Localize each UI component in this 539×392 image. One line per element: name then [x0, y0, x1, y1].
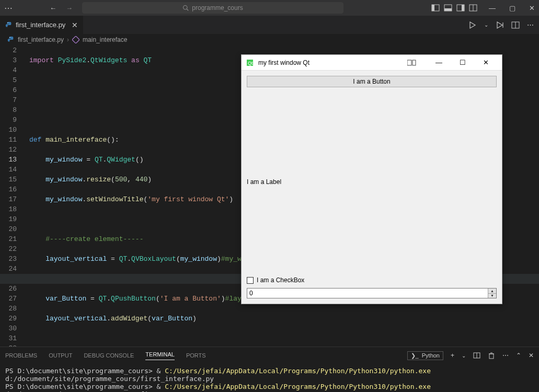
tab-filename: first_interface.py [16, 21, 65, 29]
svg-rect-5 [444, 8, 452, 11]
close-panel-icon[interactable]: ✕ [529, 352, 534, 359]
panel-tab-bar: PROBLEMS OUTPUT DEBUG CONSOLE TERMINAL P… [0, 347, 539, 364]
layout-bottom-icon[interactable] [444, 4, 452, 12]
qt-maximize-icon[interactable]: ☐ [451, 59, 474, 66]
svg-rect-7 [462, 5, 464, 11]
qt-minimize-icon[interactable]: — [427, 59, 451, 66]
app-menu-icon[interactable]: ⋯ [4, 3, 13, 13]
qt-checkbox[interactable]: I am a CheckBox [247, 276, 497, 284]
breadcrumb-file: first_interface.py [18, 36, 64, 43]
tab-output[interactable]: OUTPUT [49, 352, 72, 359]
qt-devtools-icon[interactable] [407, 59, 417, 66]
qt-label: I am a Label [247, 178, 497, 186]
line-number-gutter: 2345678910111213141516171819202122232425… [0, 45, 21, 347]
tab-problems[interactable]: PROBLEMS [5, 352, 37, 359]
close-tab-icon[interactable]: ✕ [72, 21, 78, 29]
qt-push-button[interactable]: I am a Button [247, 76, 497, 87]
svg-rect-20 [489, 354, 494, 359]
breadcrumb[interactable]: first_interface.py › main_intereface [0, 34, 539, 45]
editor-tab-bar: first_interface.py ✕ ⌄ ⋯ [0, 16, 539, 34]
qt-checkbox-label: I am a CheckBox [257, 276, 304, 284]
breadcrumb-symbol: main_intereface [83, 36, 127, 43]
qt-close-icon[interactable]: ✕ [474, 59, 498, 66]
terminal-output[interactable]: PS D:\document\site\programme_cours> & C… [0, 364, 539, 392]
title-bar: ⋯ ← → programme_cours — ▢ ✕ [0, 0, 539, 16]
maximize-panel-icon[interactable]: ⌃ [516, 352, 521, 359]
run-icon[interactable] [468, 21, 477, 29]
qt-spinbox-value[interactable]: 0 [247, 289, 488, 298]
svg-point-16 [9, 37, 10, 38]
svg-point-0 [184, 6, 188, 10]
file-tab[interactable]: first_interface.py ✕ [0, 16, 84, 34]
svg-rect-3 [432, 5, 434, 11]
command-center-search[interactable]: programme_cours [82, 2, 343, 14]
nav-back-icon[interactable]: ← [50, 4, 56, 12]
checkbox-box-icon [247, 277, 254, 284]
search-text: programme_cours [192, 4, 243, 11]
nav-forward-icon[interactable]: → [66, 4, 73, 12]
chevron-right-icon: › [67, 36, 69, 43]
svg-marker-11 [470, 22, 475, 28]
debug-run-icon[interactable] [496, 21, 504, 29]
svg-point-10 [7, 22, 8, 23]
layout-custom-icon[interactable] [469, 4, 477, 12]
new-terminal-icon[interactable]: + [451, 352, 454, 359]
window-minimize-icon[interactable]: — [489, 4, 496, 12]
svg-text:Qt: Qt [248, 61, 253, 66]
tab-terminal[interactable]: TERMINAL [145, 351, 175, 360]
panel-more-icon[interactable]: ⋯ [502, 352, 509, 359]
spinbox-up-icon[interactable]: ▲ [488, 289, 496, 294]
spinbox-down-icon[interactable]: ▼ [488, 294, 496, 298]
split-editor-icon[interactable] [511, 21, 520, 29]
python-file-icon [5, 21, 13, 29]
kill-terminal-icon[interactable] [488, 352, 495, 359]
qt-window-title: my first window Qt [258, 59, 309, 66]
window-maximize-icon[interactable]: ▢ [509, 4, 515, 12]
layout-left-icon[interactable] [431, 4, 440, 12]
qt-spinbox[interactable]: 0 ▲ ▼ [247, 288, 497, 298]
symbol-function-icon [72, 36, 79, 43]
terminal-prompt-icon: ❯_ [411, 352, 419, 359]
svg-rect-25 [407, 60, 411, 65]
terminal-profile[interactable]: ❯_ Python [407, 351, 443, 360]
svg-line-1 [187, 9, 189, 10]
qt-app-window: Qt my first window Qt — ☐ ✕ I am a Butto… [241, 54, 502, 304]
qt-title-bar[interactable]: Qt my first window Qt — ☐ ✕ [242, 55, 502, 71]
search-icon [182, 5, 189, 11]
svg-marker-12 [497, 22, 502, 28]
split-terminal-icon[interactable] [473, 352, 480, 359]
terminal-dropdown-icon[interactable]: ⌄ [462, 353, 466, 359]
tab-debug-console[interactable]: DEBUG CONSOLE [84, 352, 134, 359]
qt-app-icon: Qt [246, 59, 254, 67]
window-close-icon[interactable]: ✕ [529, 4, 535, 12]
svg-rect-26 [412, 60, 416, 65]
layout-right-icon[interactable] [456, 4, 465, 12]
tab-more-icon[interactable]: ⋯ [527, 21, 534, 29]
svg-rect-17 [72, 36, 79, 43]
run-dropdown-icon[interactable]: ⌄ [484, 22, 488, 28]
tab-ports[interactable]: PORTS [186, 352, 206, 359]
python-file-icon [7, 36, 15, 43]
